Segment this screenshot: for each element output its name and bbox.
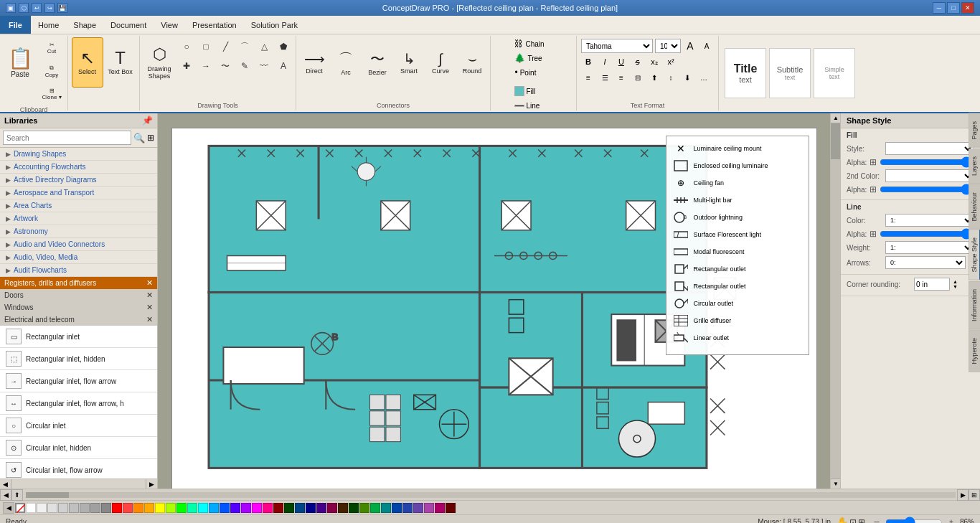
search-input[interactable]: [3, 131, 131, 145]
lib-aerospace[interactable]: ▶ Aerospace and Transport: [0, 187, 157, 199]
hscroll-left-button[interactable]: ◀: [0, 489, 11, 501]
second-color-select[interactable]: [885, 169, 974, 182]
color-swatch[interactable]: [349, 503, 359, 513]
second-alpha-slider[interactable]: [880, 185, 972, 194]
textbox-button[interactable]: T Text Box: [105, 37, 136, 88]
color-swatch[interactable]: [338, 503, 348, 513]
hand-tool-icon[interactable]: ✋: [837, 517, 848, 523]
arrows-dropdown[interactable]: 0:: [885, 256, 966, 269]
no-color-swatch[interactable]: [15, 503, 25, 513]
color-swatch[interactable]: [230, 503, 240, 513]
hyperote-tab[interactable]: Hyperote: [969, 330, 980, 372]
color-swatch[interactable]: [58, 503, 68, 513]
grid-view-icon[interactable]: ⊞: [147, 133, 154, 143]
font-shrink-button[interactable]: A: [699, 39, 714, 53]
corner-spinner[interactable]: ▲ ▼: [953, 279, 958, 289]
arrows-select[interactable]: 0:: [885, 256, 966, 269]
color-swatch[interactable]: [69, 503, 79, 513]
chain-button[interactable]: ⛓ Chain: [512, 37, 547, 50]
color-swatch[interactable]: [316, 503, 326, 513]
pin-icon[interactable]: 📌: [142, 116, 153, 126]
clone-button[interactable]: ⊞ Clone ▾: [39, 83, 65, 105]
cut-button[interactable]: ✂ Cut: [39, 37, 65, 59]
smart-button[interactable]: ↳ Smart: [394, 37, 424, 88]
shape-circular-inlet[interactable]: ○ Circular inlet: [0, 415, 157, 437]
color-swatch[interactable]: [220, 503, 230, 513]
lib-audio-video-conn[interactable]: ▶ Audio and Video Connectors: [0, 238, 157, 251]
shape-star[interactable]: ⬟: [274, 37, 293, 56]
shape-freehand[interactable]: 〰: [255, 57, 273, 75]
window-controls[interactable]: ─ □ ✕: [933, 2, 974, 14]
document-menu[interactable]: Document: [103, 18, 154, 32]
copy-button[interactable]: ⧉ Copy: [39, 60, 65, 82]
minimize-button[interactable]: ─: [933, 2, 946, 14]
file-menu-button[interactable]: File: [0, 16, 31, 34]
color-swatch[interactable]: [392, 503, 402, 513]
arc-button[interactable]: ⌒ Arc: [331, 37, 361, 88]
fit-page-icon[interactable]: ⊞: [858, 517, 865, 524]
valign-mid-button[interactable]: ↕: [664, 70, 678, 85]
title-style-button[interactable]: Title text: [725, 48, 766, 98]
drawing-canvas[interactable]: B: [171, 128, 817, 489]
round-button[interactable]: ⌣ Round: [457, 37, 487, 88]
corner-rounding-input[interactable]: [914, 278, 950, 291]
shape-rectangular-inlet[interactable]: ▭ Rectangular inlet: [0, 326, 157, 348]
home-menu[interactable]: Home: [31, 18, 66, 32]
line-alpha-slider[interactable]: [880, 230, 972, 238]
weight-select[interactable]: 1:: [885, 241, 974, 254]
electrical-section-header[interactable]: Electrical and telecom ✕: [0, 314, 157, 326]
font-size-select[interactable]: 10: [655, 39, 681, 53]
align-center-button[interactable]: ☰: [598, 70, 612, 85]
color-swatch[interactable]: [284, 503, 294, 513]
color-swatch[interactable]: [241, 503, 251, 513]
lib-audit-flowcharts[interactable]: ▶ Audit Flowcharts: [0, 264, 157, 277]
vscroll-up-button[interactable]: ▲: [831, 113, 840, 123]
font-grow-button[interactable]: A: [683, 39, 697, 53]
simple-style-button[interactable]: Simple text: [814, 48, 855, 98]
color-swatch[interactable]: [446, 503, 456, 513]
more-format-button[interactable]: …: [697, 70, 711, 85]
lib-drawing-shapes[interactable]: ▶ Drawing Shapes: [0, 148, 157, 161]
curve-button[interactable]: ∫ Curve: [425, 37, 456, 88]
color-swatch[interactable]: [263, 503, 273, 513]
color-swatch[interactable]: [327, 503, 337, 513]
windows-section-header[interactable]: Windows ✕: [0, 301, 157, 314]
line-button[interactable]: Line: [512, 99, 542, 113]
align-right-button[interactable]: ≡: [614, 70, 628, 85]
line-color-select[interactable]: 1:: [885, 214, 974, 227]
shape-circular-inlet-flow[interactable]: ↺ Circular inlet, flow arrow: [0, 459, 157, 479]
color-swatch[interactable]: [359, 503, 369, 513]
color-swatch[interactable]: [26, 503, 36, 513]
shape-arc[interactable]: ⌒: [235, 37, 254, 56]
zoom-in-button[interactable]: +: [946, 517, 957, 524]
shape-cross[interactable]: ✚: [177, 57, 196, 75]
color-swatch[interactable]: [187, 503, 197, 513]
zoom-slider[interactable]: [885, 518, 943, 524]
color-swatch[interactable]: [435, 503, 445, 513]
tree-button[interactable]: 🌲 Tree: [512, 52, 545, 65]
sidebar-right-btn[interactable]: ▶: [146, 479, 157, 489]
direct-button[interactable]: ⟶ Direct: [299, 37, 329, 88]
shape-oval[interactable]: ○: [177, 37, 196, 56]
layers-tab[interactable]: Layers: [969, 149, 980, 184]
valign-top-button[interactable]: ⬆: [647, 70, 661, 85]
zoom-fit-icon[interactable]: ⊡: [849, 517, 857, 524]
superscript-button[interactable]: x²: [664, 55, 678, 69]
paste-button[interactable]: 📋 Paste: [3, 37, 37, 88]
close-button[interactable]: ✕: [961, 2, 974, 14]
color-swatch[interactable]: [381, 503, 391, 513]
color-swatch[interactable]: [144, 503, 154, 513]
shape-line[interactable]: ╱: [216, 37, 235, 56]
color-swatch[interactable]: [198, 503, 208, 513]
color-swatch[interactable]: [370, 503, 380, 513]
point-button[interactable]: • Point: [512, 66, 539, 79]
color-swatch[interactable]: [424, 503, 434, 513]
shape-style-tab[interactable]: Shape Style: [969, 230, 980, 281]
shape-rectangular-inlet-hidden[interactable]: ⬚ Rectangular inlet, hidden: [0, 348, 157, 370]
strikethrough-button[interactable]: s̶: [631, 55, 645, 69]
select-button[interactable]: ↖ Select: [72, 37, 103, 88]
style-select[interactable]: [885, 142, 974, 155]
color-swatch[interactable]: [37, 503, 47, 513]
underline-button[interactable]: U: [614, 55, 628, 69]
shape-poly[interactable]: △: [255, 37, 273, 56]
